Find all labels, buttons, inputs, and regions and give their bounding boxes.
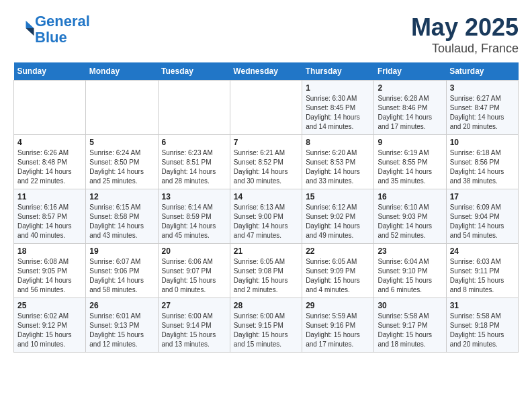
day-number: 24 (450, 246, 515, 256)
day-info: Sunrise: 6:26 AMSunset: 8:48 PMDaylight:… (17, 148, 82, 186)
calendar-cell: 7Sunrise: 6:21 AMSunset: 8:52 PMDaylight… (230, 135, 302, 189)
day-number: 13 (162, 192, 226, 201)
day-info: Sunrise: 6:30 AMSunset: 8:45 PMDaylight:… (306, 94, 370, 132)
day-number: 4 (17, 138, 82, 147)
day-info: Sunrise: 6:08 AMSunset: 9:05 PMDaylight:… (17, 257, 82, 295)
day-info: Sunrise: 6:14 AMSunset: 8:59 PMDaylight:… (162, 203, 226, 240)
calendar-cell: 20Sunrise: 6:06 AMSunset: 9:07 PMDayligh… (158, 244, 230, 298)
calendar-cell (86, 81, 158, 135)
day-info: Sunrise: 6:02 AMSunset: 9:12 PMDaylight:… (17, 312, 82, 349)
day-info: Sunrise: 6:18 AMSunset: 8:56 PMDaylight:… (450, 148, 515, 186)
calendar-cell: 27Sunrise: 6:00 AMSunset: 9:14 PMDayligh… (158, 298, 230, 353)
day-number: 14 (234, 192, 298, 201)
page-header: General Blue May 2025 Toulaud, France (13, 13, 519, 56)
day-info: Sunrise: 6:01 AMSunset: 9:13 PMDaylight:… (89, 312, 154, 349)
day-number: 2 (378, 83, 442, 93)
svg-marker-0 (26, 21, 34, 28)
day-number: 11 (17, 192, 82, 201)
day-number: 7 (234, 138, 298, 147)
day-number: 19 (89, 246, 154, 256)
weekday-header-thursday: Thursday (302, 62, 374, 81)
calendar-week-3: 11Sunrise: 6:16 AMSunset: 8:57 PMDayligh… (14, 189, 519, 244)
day-info: Sunrise: 6:28 AMSunset: 8:46 PMDaylight:… (378, 94, 442, 132)
calendar-cell: 11Sunrise: 6:16 AMSunset: 8:57 PMDayligh… (14, 189, 86, 244)
day-number: 27 (162, 301, 226, 310)
calendar-header: SundayMondayTuesdayWednesdayThursdayFrid… (14, 62, 519, 81)
calendar-cell: 10Sunrise: 6:18 AMSunset: 8:56 PMDayligh… (446, 135, 518, 189)
day-number: 9 (378, 138, 442, 147)
day-info: Sunrise: 5:59 AMSunset: 9:16 PMDaylight:… (306, 312, 370, 349)
calendar-cell: 18Sunrise: 6:08 AMSunset: 9:05 PMDayligh… (14, 244, 86, 298)
svg-marker-1 (26, 28, 34, 36)
day-number: 31 (450, 301, 515, 310)
day-number: 18 (17, 246, 82, 256)
day-info: Sunrise: 6:05 AMSunset: 9:08 PMDaylight:… (234, 257, 298, 295)
day-info: Sunrise: 6:07 AMSunset: 9:06 PMDaylight:… (89, 257, 154, 295)
calendar-cell: 12Sunrise: 6:15 AMSunset: 8:58 PMDayligh… (86, 189, 158, 244)
calendar-cell (230, 81, 302, 135)
day-info: Sunrise: 6:10 AMSunset: 9:03 PMDaylight:… (378, 203, 442, 240)
day-number: 15 (306, 192, 370, 201)
calendar-cell: 26Sunrise: 6:01 AMSunset: 9:13 PMDayligh… (86, 298, 158, 353)
day-info: Sunrise: 6:06 AMSunset: 9:07 PMDaylight:… (162, 257, 226, 295)
day-number: 8 (306, 138, 370, 147)
calendar-cell: 4Sunrise: 6:26 AMSunset: 8:48 PMDaylight… (14, 135, 86, 189)
day-number: 16 (378, 192, 442, 201)
weekday-header-tuesday: Tuesday (158, 62, 230, 81)
day-info: Sunrise: 6:23 AMSunset: 8:51 PMDaylight:… (162, 148, 226, 186)
day-number: 3 (450, 83, 515, 93)
title-block: May 2025 Toulaud, France (411, 13, 519, 56)
day-info: Sunrise: 6:12 AMSunset: 9:02 PMDaylight:… (306, 203, 370, 240)
day-number: 12 (89, 192, 154, 201)
day-number: 10 (450, 138, 515, 147)
calendar-cell: 16Sunrise: 6:10 AMSunset: 9:03 PMDayligh… (374, 189, 446, 244)
calendar-cell: 2Sunrise: 6:28 AMSunset: 8:46 PMDaylight… (374, 81, 446, 135)
calendar-table: SundayMondayTuesdayWednesdayThursdayFrid… (13, 62, 519, 353)
calendar-cell: 14Sunrise: 6:13 AMSunset: 9:00 PMDayligh… (230, 189, 302, 244)
calendar-cell: 29Sunrise: 5:59 AMSunset: 9:16 PMDayligh… (302, 298, 374, 353)
day-info: Sunrise: 6:21 AMSunset: 8:52 PMDaylight:… (234, 148, 298, 186)
calendar-week-1: 1Sunrise: 6:30 AMSunset: 8:45 PMDaylight… (14, 81, 519, 135)
calendar-cell: 5Sunrise: 6:24 AMSunset: 8:50 PMDaylight… (86, 135, 158, 189)
day-number: 17 (450, 192, 515, 201)
day-number: 30 (378, 301, 442, 310)
day-number: 20 (162, 246, 226, 256)
calendar-cell: 17Sunrise: 6:09 AMSunset: 9:04 PMDayligh… (446, 189, 518, 244)
day-number: 5 (89, 138, 154, 147)
day-info: Sunrise: 6:03 AMSunset: 9:11 PMDaylight:… (450, 257, 515, 295)
day-number: 25 (17, 301, 82, 310)
day-number: 6 (162, 138, 226, 147)
calendar-title: May 2025 (411, 13, 519, 42)
day-number: 26 (89, 301, 154, 310)
calendar-cell: 19Sunrise: 6:07 AMSunset: 9:06 PMDayligh… (86, 244, 158, 298)
calendar-cell (14, 81, 86, 135)
calendar-week-2: 4Sunrise: 6:26 AMSunset: 8:48 PMDaylight… (14, 135, 519, 189)
day-info: Sunrise: 6:05 AMSunset: 9:09 PMDaylight:… (306, 257, 370, 295)
calendar-cell: 28Sunrise: 6:00 AMSunset: 9:15 PMDayligh… (230, 298, 302, 353)
logo-text: General Blue (35, 13, 90, 46)
calendar-cell: 3Sunrise: 6:27 AMSunset: 8:47 PMDaylight… (446, 81, 518, 135)
day-number: 21 (234, 246, 298, 256)
day-number: 29 (306, 301, 370, 310)
weekday-header-friday: Friday (374, 62, 446, 81)
day-info: Sunrise: 6:19 AMSunset: 8:55 PMDaylight:… (378, 148, 442, 186)
calendar-cell: 31Sunrise: 5:58 AMSunset: 9:18 PMDayligh… (446, 298, 518, 353)
calendar-cell: 6Sunrise: 6:23 AMSunset: 8:51 PMDaylight… (158, 135, 230, 189)
day-number: 22 (306, 246, 370, 256)
weekday-header-wednesday: Wednesday (230, 62, 302, 81)
day-info: Sunrise: 6:09 AMSunset: 9:04 PMDaylight:… (450, 203, 515, 240)
weekday-header-sunday: Sunday (14, 62, 86, 81)
day-info: Sunrise: 6:13 AMSunset: 9:00 PMDaylight:… (234, 203, 298, 240)
day-number: 23 (378, 246, 442, 256)
calendar-cell: 25Sunrise: 6:02 AMSunset: 9:12 PMDayligh… (14, 298, 86, 353)
day-info: Sunrise: 6:24 AMSunset: 8:50 PMDaylight:… (89, 148, 154, 186)
calendar-cell: 21Sunrise: 6:05 AMSunset: 9:08 PMDayligh… (230, 244, 302, 298)
calendar-cell: 24Sunrise: 6:03 AMSunset: 9:11 PMDayligh… (446, 244, 518, 298)
day-info: Sunrise: 5:58 AMSunset: 9:18 PMDaylight:… (450, 312, 515, 349)
day-number: 1 (306, 83, 370, 93)
weekday-header-saturday: Saturday (446, 62, 518, 81)
logo-icon (15, 18, 35, 38)
calendar-cell: 1Sunrise: 6:30 AMSunset: 8:45 PMDaylight… (302, 81, 374, 135)
logo: General Blue (13, 13, 90, 46)
calendar-cell: 22Sunrise: 6:05 AMSunset: 9:09 PMDayligh… (302, 244, 374, 298)
